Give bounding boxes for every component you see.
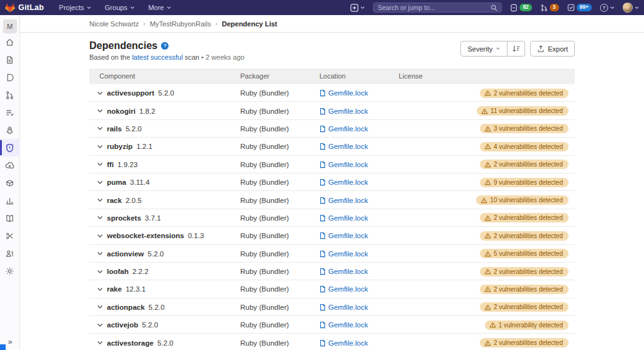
location-link[interactable]: Gemfile.lock bbox=[319, 250, 368, 258]
sidebar-item-wiki[interactable] bbox=[0, 209, 20, 227]
breadcrumb-project-link[interactable]: MyTestRubyonRails bbox=[150, 20, 211, 28]
sidebar-item-cicd[interactable] bbox=[0, 121, 20, 139]
sidebar-item-security-compliance[interactable] bbox=[0, 139, 20, 156]
sidebar-item-issues[interactable] bbox=[0, 68, 20, 86]
table-row[interactable]: puma 3.11.4 Ruby (Bundler) Gemfile.lock bbox=[89, 173, 575, 191]
chevron-down-icon[interactable] bbox=[97, 287, 103, 292]
latest-successful-scan-link[interactable]: latest successful bbox=[132, 53, 183, 61]
chevron-down-icon[interactable] bbox=[97, 234, 103, 238]
chevron-down-icon[interactable] bbox=[97, 341, 103, 345]
table-row[interactable]: activestorage 5.2.0 Ruby (Bundler) Gemfi… bbox=[89, 334, 575, 350]
chevron-down-icon[interactable] bbox=[97, 145, 103, 149]
chevron-down-icon[interactable] bbox=[97, 198, 103, 202]
location-link[interactable]: Gemfile.lock bbox=[319, 197, 368, 204]
help-question-icon[interactable]: ? bbox=[161, 42, 169, 50]
table-row[interactable]: ffi 1.9.23 Ruby (Bundler) Gemfile.lock bbox=[89, 156, 575, 173]
nav-groups[interactable]: Groups bbox=[105, 4, 135, 11]
issues-indicator[interactable]: 82 bbox=[510, 4, 531, 12]
location-cell: Gemfile.lock bbox=[319, 280, 368, 298]
table-row[interactable]: sprockets 3.7.1 Ruby (Bundler) Gemfile.l… bbox=[89, 209, 575, 227]
warning-triangle-icon bbox=[484, 251, 491, 257]
location-link[interactable]: Gemfile.lock bbox=[319, 321, 368, 329]
component-name: activejob bbox=[107, 321, 138, 329]
sidebar-item-analytics[interactable] bbox=[0, 192, 20, 209]
project-avatar[interactable]: M bbox=[3, 19, 17, 33]
gitlab-logo[interactable]: GitLab bbox=[5, 3, 44, 13]
component-cell: nokogiri 1.8.2 bbox=[97, 102, 155, 119]
nav-projects[interactable]: Projects bbox=[59, 4, 91, 11]
table-row[interactable]: actionview 5.2.0 Ruby (Bundler) Gemfile.… bbox=[89, 245, 575, 263]
help-menu[interactable]: ? bbox=[600, 4, 614, 12]
location-link[interactable]: Gemfile.lock bbox=[319, 339, 368, 347]
page-title: Dependencies bbox=[89, 40, 157, 52]
location-link[interactable]: Gemfile.lock bbox=[319, 268, 368, 275]
chevron-down-icon[interactable] bbox=[97, 180, 103, 185]
component-cell: rack 2.0.5 bbox=[97, 191, 142, 209]
table-row[interactable]: nokogiri 1.8.2 Ruby (Bundler) Gemfile.lo… bbox=[89, 102, 575, 119]
sidebar-item-operations[interactable] bbox=[0, 156, 20, 174]
location-cell: Gemfile.lock bbox=[319, 120, 368, 138]
table-row[interactable]: loofah 2.2.2 Ruby (Bundler) Gemfile.lock bbox=[89, 263, 575, 280]
brand-name: GitLab bbox=[18, 3, 44, 12]
file-icon bbox=[319, 143, 326, 150]
table-row[interactable]: rubyzip 1.2.1 Ruby (Bundler) Gemfile.loc… bbox=[89, 138, 575, 155]
vulnerability-cell: 5 vulnerabilities detected bbox=[480, 245, 569, 263]
sidebar-item-requirements[interactable] bbox=[0, 104, 20, 121]
chevron-down-icon[interactable] bbox=[97, 126, 103, 131]
todos-indicator[interactable]: 99+ bbox=[567, 4, 592, 11]
chevron-down-icon[interactable] bbox=[97, 216, 103, 220]
search-input[interactable] bbox=[377, 4, 491, 11]
component-version: 1.2.1 bbox=[136, 143, 153, 150]
new-menu-button[interactable] bbox=[350, 4, 365, 12]
location-link[interactable]: Gemfile.lock bbox=[319, 107, 368, 115]
packager-cell: Ruby (Bundler) bbox=[240, 102, 289, 119]
chevron-down-icon[interactable] bbox=[97, 305, 103, 309]
sidebar-item-repository[interactable] bbox=[0, 51, 20, 68]
severity-filter-button[interactable]: Severity bbox=[460, 41, 508, 57]
table-row[interactable]: actionpack 5.2.0 Ruby (Bundler) Gemfile.… bbox=[89, 298, 575, 316]
warning-triangle-icon bbox=[481, 108, 488, 114]
user-menu[interactable] bbox=[623, 3, 639, 13]
nav-more[interactable]: More bbox=[148, 4, 171, 11]
location-link[interactable]: Gemfile.lock bbox=[319, 304, 368, 311]
sort-direction-button[interactable] bbox=[508, 41, 525, 57]
location-link[interactable]: Gemfile.lock bbox=[319, 89, 368, 97]
sidebar-item-project-overview[interactable] bbox=[0, 33, 20, 51]
home-icon bbox=[5, 38, 14, 47]
global-search[interactable] bbox=[373, 3, 502, 13]
component-cell: activesupport 5.2.0 bbox=[97, 84, 174, 102]
table-row[interactable]: rake 12.3.1 Ruby (Bundler) Gemfile.lock bbox=[89, 280, 575, 298]
export-button[interactable]: Export bbox=[530, 41, 575, 57]
chevron-down-icon[interactable] bbox=[97, 91, 103, 96]
location-link[interactable]: Gemfile.lock bbox=[319, 214, 368, 222]
location-link[interactable]: Gemfile.lock bbox=[319, 285, 368, 293]
sidebar-item-packages[interactable] bbox=[0, 174, 20, 192]
sidebar-item-settings[interactable] bbox=[0, 262, 20, 280]
vulnerability-badge: 2 vulnerabilities detected bbox=[480, 160, 569, 169]
breadcrumb-group-link[interactable]: Nicole Schwartz bbox=[89, 20, 139, 28]
component-version: 5.2.0 bbox=[126, 125, 142, 133]
location-link[interactable]: Gemfile.lock bbox=[319, 161, 368, 168]
table-row[interactable]: activejob 5.2.0 Ruby (Bundler) Gemfile.l… bbox=[89, 316, 575, 334]
table-row[interactable]: activesupport 5.2.0 Ruby (Bundler) Gemfi… bbox=[89, 84, 575, 102]
location-link[interactable]: Gemfile.lock bbox=[319, 143, 368, 150]
location-link[interactable]: Gemfile.lock bbox=[319, 178, 368, 186]
table-row[interactable]: websocket-extensions 0.1.3 Ruby (Bundler… bbox=[89, 227, 575, 244]
location-link[interactable]: Gemfile.lock bbox=[319, 125, 368, 133]
location-cell: Gemfile.lock bbox=[319, 227, 368, 244]
sidebar-item-merge-requests[interactable] bbox=[0, 86, 20, 104]
sidebar-item-snippets[interactable] bbox=[0, 227, 20, 244]
chevron-down-icon[interactable] bbox=[97, 251, 103, 256]
file-icon bbox=[319, 268, 326, 275]
chevron-down-icon[interactable] bbox=[97, 270, 103, 274]
issues-icon bbox=[5, 73, 14, 82]
merge-requests-indicator[interactable]: 3 bbox=[540, 4, 559, 12]
chevron-down-icon[interactable] bbox=[97, 109, 103, 113]
chevron-down-icon[interactable] bbox=[97, 323, 103, 327]
table-row[interactable]: rack 2.0.5 Ruby (Bundler) Gemfile.lock bbox=[89, 191, 575, 209]
table-row[interactable]: rails 5.2.0 Ruby (Bundler) Gemfile.lock bbox=[89, 120, 575, 138]
chevron-down-icon[interactable] bbox=[97, 162, 103, 167]
location-link[interactable]: Gemfile.lock bbox=[319, 232, 368, 239]
sidebar-item-members[interactable] bbox=[0, 244, 20, 262]
plus-square-icon bbox=[350, 4, 358, 12]
